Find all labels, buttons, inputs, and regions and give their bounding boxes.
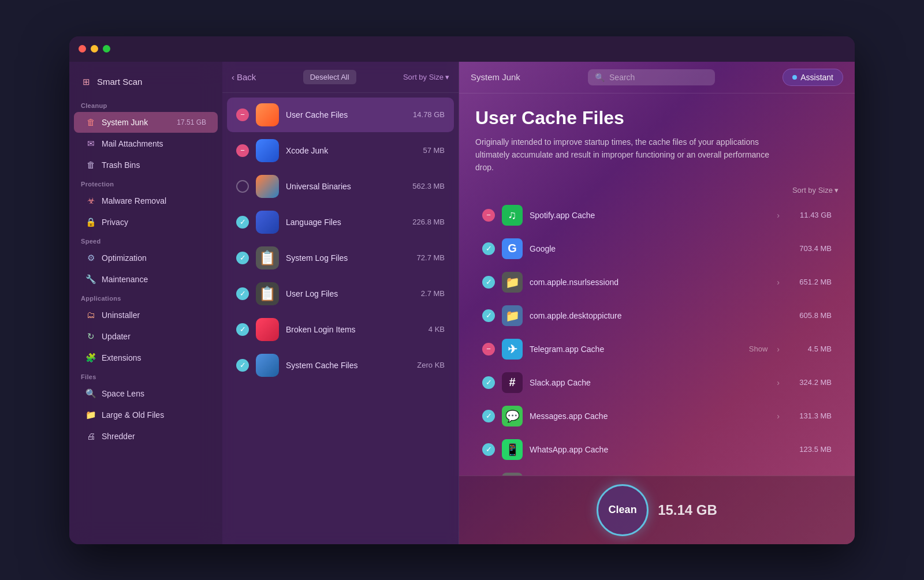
large-old-files-icon: 📁 — [85, 410, 96, 420]
junk-item-system-log-files[interactable]: ✓ 📋 System Log Files 72.7 MB — [227, 241, 454, 275]
junk-size-user-log-files: 2.7 MB — [421, 289, 445, 298]
search-bar[interactable]: 🔍 — [588, 69, 715, 85]
cache-item-clang[interactable]: ✓ ⚙ clang 93.2 MB — [475, 467, 839, 476]
junk-label-broken-login-items: Broken Login Items — [286, 325, 422, 334]
center-sort-button[interactable]: Sort by Size ▾ — [403, 73, 449, 81]
mail-attachments-icon: ✉ — [85, 139, 96, 149]
cache-chevron-slack[interactable]: › — [777, 378, 780, 387]
cache-check-whatsapp[interactable]: ✓ — [482, 443, 495, 456]
cache-item-slack[interactable]: ✓ # Slack.app Cache › 324.2 MB — [475, 366, 839, 399]
cache-check-messages[interactable]: ✓ — [482, 410, 495, 422]
maximize-button[interactable] — [103, 45, 110, 53]
cache-item-telegram[interactable]: − ✈ Telegram.app Cache Show › 4.5 MB — [475, 333, 839, 365]
sidebar-item-optimization[interactable]: ⚙ Optimization — [74, 248, 218, 268]
detail-sort-icon: ▾ — [834, 186, 839, 194]
cache-size-com-apple-nsurlsessiond: 651.2 MB — [791, 278, 832, 286]
center-sort-icon: ▾ — [445, 73, 449, 81]
check-language-files[interactable]: ✓ — [236, 216, 249, 229]
junk-item-xcode-junk[interactable]: − Xcode Junk 57 MB — [227, 133, 454, 168]
shredder-icon: 🖨 — [85, 431, 96, 441]
cache-list: − ♫ Spotify.app Cache › 11.43 GB ✓ G Goo… — [475, 199, 839, 476]
sidebar-item-privacy[interactable]: 🔒 Privacy — [74, 212, 218, 233]
cache-item-whatsapp[interactable]: ✓ 📱 WhatsApp.app Cache 123.5 MB — [475, 433, 839, 466]
junk-label-xcode-junk: Xcode Junk — [286, 146, 416, 155]
check-universal-binaries[interactable] — [236, 180, 249, 193]
maintenance-icon: 🔧 — [85, 274, 96, 285]
xcode-junk-icon — [256, 139, 279, 162]
telegram-app-icon: ✈ — [502, 339, 523, 360]
junk-item-user-cache[interactable]: − User Cache Files 14.78 GB — [227, 98, 454, 132]
sidebar-section-label: Protection — [69, 176, 222, 190]
messages-app-icon: 💬 — [502, 406, 523, 426]
uninstaller-icon: 🗂 — [85, 310, 96, 320]
sidebar: ⊞ Smart Scan Cleanup 🗑 System Junk 17.51… — [69, 62, 222, 544]
check-system-log-files[interactable]: ✓ — [236, 252, 249, 264]
sidebar-item-shredder[interactable]: 🖨 Shredder — [74, 426, 218, 447]
junk-size-system-cache-files: Zero KB — [417, 361, 445, 369]
check-user-cache[interactable]: − — [236, 108, 249, 121]
cache-check-telegram[interactable]: − — [482, 343, 495, 356]
search-input[interactable] — [609, 73, 708, 82]
clean-button[interactable]: Clean — [597, 484, 649, 536]
sidebar-item-mail-attachments[interactable]: ✉ Mail Attachments — [74, 133, 218, 154]
cache-check-google[interactable]: ✓ — [482, 242, 495, 255]
cache-item-google[interactable]: ✓ G Google 703.4 MB — [475, 233, 839, 265]
sidebar-item-maintenance[interactable]: 🔧 Maintenance — [74, 269, 218, 290]
right-panel: System Junk 🔍 Assistant User Cache Files… — [459, 62, 855, 544]
check-system-cache-files[interactable]: ✓ — [236, 359, 249, 372]
cache-check-com-apple-nsurlsessiond[interactable]: ✓ — [482, 276, 495, 289]
main-window: ⊞ Smart Scan Cleanup 🗑 System Junk 17.51… — [69, 36, 855, 544]
smart-scan-label: Smart Scan — [97, 77, 142, 87]
sidebar-item-label-shredder: Shredder — [102, 432, 135, 441]
cache-check-com-apple-desktoppicture[interactable]: ✓ — [482, 309, 495, 322]
main-content: ⊞ Smart Scan Cleanup 🗑 System Junk 17.51… — [69, 62, 855, 544]
sidebar-item-malware-removal[interactable]: ☣ Malware Removal — [74, 190, 218, 211]
sidebar-item-updater[interactable]: ↻ Updater — [74, 326, 218, 347]
sidebar-item-uninstaller[interactable]: 🗂 Uninstaller — [74, 305, 218, 325]
sidebar-section-label: Files — [69, 369, 222, 383]
clean-size-label: 15.14 GB — [658, 502, 717, 518]
center-panel: ‹ Back Deselect All Sort by Size ▾ − Use… — [222, 62, 459, 544]
sidebar-item-space-lens[interactable]: 🔍 Space Lens — [74, 383, 218, 404]
cache-chevron-com-apple-nsurlsessiond[interactable]: › — [777, 278, 780, 287]
cache-chevron-messages[interactable]: › — [777, 411, 780, 421]
junk-item-universal-binaries[interactable]: Universal Binaries 562.3 MB — [227, 169, 454, 204]
junk-label-user-cache: User Cache Files — [286, 110, 406, 119]
back-chevron-icon: ‹ — [232, 72, 234, 82]
check-xcode-junk[interactable]: − — [236, 144, 249, 157]
sidebar-item-system-junk[interactable]: 🗑 System Junk 17.51 GB — [74, 112, 218, 133]
close-button[interactable] — [79, 45, 86, 53]
sidebar-sections: Cleanup 🗑 System Junk 17.51 GB ✉ Mail At… — [69, 98, 222, 447]
cache-item-com-apple-desktoppicture[interactable]: ✓ 📁 com.apple.desktoppicture 605.8 MB — [475, 300, 839, 332]
cache-check-slack[interactable]: ✓ — [482, 376, 495, 389]
junk-size-broken-login-items: 4 KB — [429, 325, 445, 334]
sidebar-item-extensions[interactable]: 🧩 Extensions — [74, 347, 218, 368]
cache-chevron-telegram[interactable]: › — [777, 345, 780, 354]
user-cache-icon — [256, 103, 279, 126]
minimize-button[interactable] — [91, 45, 98, 53]
system-junk-icon: 🗑 — [85, 117, 96, 128]
junk-item-user-log-files[interactable]: ✓ 📋 User Log Files 2.7 MB — [227, 276, 454, 311]
cache-chevron-spotify[interactable]: › — [777, 211, 780, 220]
sidebar-item-large-old-files[interactable]: 📁 Large & Old Files — [74, 405, 218, 425]
check-user-log-files[interactable]: ✓ — [236, 287, 249, 300]
cache-item-messages[interactable]: ✓ 💬 Messages.app Cache › 131.3 MB — [475, 400, 839, 432]
sidebar-item-label-updater: Updater — [102, 332, 131, 341]
sidebar-item-trash-bins[interactable]: 🗑 Trash Bins — [74, 155, 218, 175]
junk-list: − User Cache Files 14.78 GB − Xcode Junk… — [222, 93, 459, 544]
detail-sort-button[interactable]: Sort by Size ▾ — [792, 186, 839, 194]
system-log-files-icon: 📋 — [256, 246, 279, 270]
cache-item-spotify[interactable]: − ♫ Spotify.app Cache › 11.43 GB — [475, 199, 839, 231]
sidebar-item-smart-scan[interactable]: ⊞ Smart Scan — [69, 71, 222, 93]
check-broken-login-items[interactable]: ✓ — [236, 323, 249, 336]
sidebar-item-label-malware-removal: Malware Removal — [102, 196, 166, 205]
junk-item-language-files[interactable]: ✓ Language Files 226.8 MB — [227, 205, 454, 240]
junk-item-broken-login-items[interactable]: ✓ Broken Login Items 4 KB — [227, 312, 454, 347]
sidebar-item-label-maintenance: Maintenance — [102, 275, 148, 284]
cache-item-com-apple-nsurlsessiond[interactable]: ✓ 📁 com.apple.nsurlsessiond › 651.2 MB — [475, 266, 839, 298]
junk-item-system-cache-files[interactable]: ✓ System Cache Files Zero KB — [227, 348, 454, 383]
assistant-button[interactable]: Assistant — [783, 69, 843, 86]
back-button[interactable]: ‹ Back — [232, 72, 256, 82]
deselect-all-button[interactable]: Deselect All — [303, 70, 356, 84]
cache-check-spotify[interactable]: − — [482, 209, 495, 222]
